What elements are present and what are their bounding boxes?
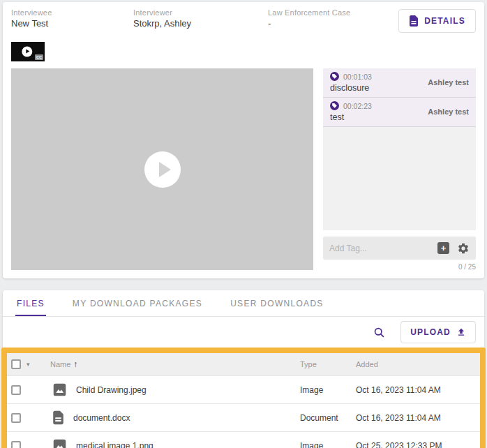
tag-icon (330, 101, 339, 110)
column-header-added[interactable]: Added (356, 360, 480, 368)
table-header-row: ▾ Name ↑ Type Added (7, 353, 480, 375)
upload-button[interactable]: UPLOAD (400, 321, 476, 343)
tag-author: Ashley test (428, 78, 469, 87)
file-type: Document (300, 413, 356, 423)
tag-item[interactable]: 00:02:23 test Ashley test (323, 98, 476, 127)
add-tag-bar: + (323, 237, 476, 260)
row-checkbox[interactable] (11, 385, 21, 395)
files-table-highlight: ▾ Name ↑ Type Added Child Drawing.jpeg I… (1, 348, 486, 448)
tag-author: Ashley test (428, 107, 469, 116)
document-icon (52, 410, 64, 425)
file-type: Image (300, 441, 356, 448)
tag-item[interactable]: 00:01:03 disclosure Ashley test (323, 68, 476, 98)
image-icon (52, 382, 67, 397)
law-enforcement-case-value: - (268, 18, 398, 29)
video-thumbnail[interactable]: CC (11, 42, 45, 61)
table-row[interactable]: Child Drawing.jpeg Image Oct 16, 2023 11… (7, 375, 480, 403)
field-interviewee: Interviewee New Test (11, 8, 133, 29)
sort-ascending-icon: ↑ (73, 359, 77, 369)
table-row[interactable]: document.docx Document Oct 16, 2023 11:0… (7, 403, 480, 431)
tag-counter: 0 / 25 (323, 263, 476, 271)
interviewee-value: New Test (11, 18, 133, 29)
tab-my-download-packages[interactable]: MY DOWNLOAD PACKAGES (71, 290, 204, 316)
tag-timestamp: 00:01:03 (343, 73, 372, 81)
select-all-checkbox[interactable] (11, 359, 21, 369)
gear-icon[interactable] (457, 242, 470, 255)
tabs: FILES MY DOWNLOAD PACKAGES USER DOWNLOAD… (3, 290, 484, 317)
details-button-label: DETAILS (424, 16, 465, 26)
file-name: Child Drawing.jpeg (76, 385, 147, 395)
files-toolbar: UPLOAD (3, 317, 484, 348)
row-checkbox[interactable] (11, 413, 21, 423)
table-row[interactable]: medical image 1.png Image Oct 25, 2023 1… (7, 431, 480, 448)
interview-meta-row: Interviewee New Test Interviewer Stokrp,… (3, 2, 484, 37)
search-icon[interactable] (373, 327, 385, 338)
upload-arrow-icon (456, 327, 466, 337)
file-name: document.docx (73, 413, 130, 423)
file-added: Oct 16, 2023 11:04 AM (356, 413, 480, 423)
tag-name: disclosure (330, 83, 372, 93)
tag-icon (330, 72, 339, 81)
image-icon (52, 438, 67, 448)
cc-badge: CC (35, 54, 43, 60)
tags-panel: 00:01:03 disclosure Ashley test 00 (323, 68, 476, 271)
interview-panel: Interviewee New Test Interviewer Stokrp,… (3, 2, 484, 278)
column-header-name[interactable]: Name ↑ (46, 359, 300, 369)
tab-user-downloads[interactable]: USER DOWNLOADS (229, 290, 325, 316)
column-header-type[interactable]: Type (300, 360, 356, 368)
add-tag-input[interactable] (329, 244, 437, 253)
document-icon (409, 15, 419, 27)
law-enforcement-case-label: Law Enforcement Case (268, 8, 398, 17)
video-player[interactable] (11, 68, 313, 270)
play-button[interactable] (144, 151, 181, 188)
play-icon (159, 162, 171, 177)
interviewer-label: Interviewer (133, 8, 268, 17)
tab-files[interactable]: FILES (15, 290, 46, 316)
files-panel: FILES MY DOWNLOAD PACKAGES USER DOWNLOAD… (3, 290, 484, 448)
player-row: 00:01:03 disclosure Ashley test 00 (3, 68, 484, 271)
interviewer-value: Stokrp, Ashley (133, 18, 268, 29)
file-added: Oct 25, 2023 12:33 PM (356, 441, 480, 448)
chevron-down-icon[interactable]: ▾ (27, 361, 30, 368)
tag-list: 00:01:03 disclosure Ashley test 00 (323, 68, 476, 230)
file-type: Image (300, 385, 356, 395)
upload-button-label: UPLOAD (410, 327, 451, 337)
file-name: medical image 1.png (76, 441, 153, 448)
file-added: Oct 16, 2023 11:04 AM (356, 385, 480, 395)
row-checkbox[interactable] (11, 441, 21, 448)
field-interviewer: Interviewer Stokrp, Ashley (133, 8, 268, 29)
details-button[interactable]: DETAILS (398, 9, 476, 33)
play-icon (22, 47, 32, 57)
interviewee-label: Interviewee (11, 8, 133, 17)
field-law-enforcement-case: Law Enforcement Case - (268, 8, 398, 29)
tag-timestamp: 00:02:23 (343, 102, 372, 110)
add-tag-button[interactable]: + (437, 242, 449, 254)
tag-name: test (330, 112, 372, 122)
